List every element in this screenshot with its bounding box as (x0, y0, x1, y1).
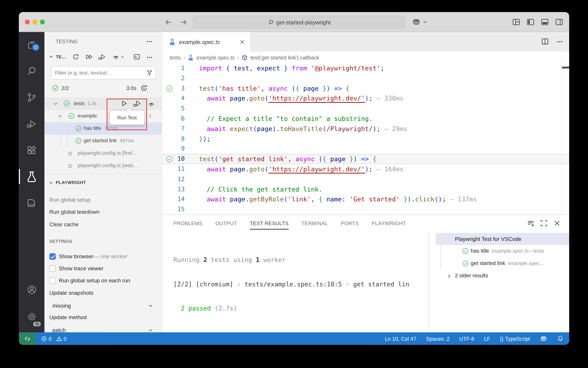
terminal-icon[interactable] (133, 54, 140, 60)
eol-setting[interactable]: LF (484, 336, 490, 341)
toggle-primary-sidebar-icon[interactable] (527, 18, 534, 26)
close-window-button[interactable] (25, 20, 30, 24)
indentation-setting[interactable]: Spaces: 2 (426, 336, 449, 341)
test-explorer-toolbar: TE... (44, 51, 162, 63)
close-panel-icon[interactable] (553, 220, 561, 227)
code-line-14: 14 await page.getByRole('link', { name: … (162, 194, 569, 204)
update-method-select[interactable]: patch (52, 325, 157, 332)
result-row-has-title[interactable]: has titleexample.spec.ts ‹ tests (429, 245, 569, 258)
checkbox-checked[interactable] (49, 253, 56, 259)
title-bar: get-started-playwright (19, 12, 569, 32)
sidebar-item-explorer[interactable] (19, 36, 44, 54)
copilot-menu[interactable] (412, 18, 427, 26)
tree-row-config-webkit[interactable]: playwright.config.ts [web... (44, 160, 162, 172)
results-root-row[interactable]: Playwright Test for VSCode (436, 233, 569, 245)
reveal-eye-icon[interactable] (148, 101, 155, 107)
run-global-setup-link[interactable]: Run global setup (49, 194, 157, 206)
overview-ruler-mark[interactable] (562, 67, 569, 69)
setting-show-trace-viewer[interactable]: Show trace viewer (49, 263, 159, 274)
setting-run-global-setup-each-run[interactable]: Run global setup on each run (49, 275, 159, 286)
result-label: get started link (471, 260, 505, 266)
close-tab-icon[interactable] (239, 39, 245, 45)
debug-all-tests-icon[interactable] (98, 54, 106, 60)
chevron-down-icon[interactable] (53, 101, 58, 107)
tab-output[interactable]: OUTPUT (215, 220, 237, 226)
output-line: Running 2 tests using 1 worker (173, 256, 422, 264)
account-button[interactable] (19, 280, 44, 298)
warning-count: 0 (64, 336, 67, 341)
remote-indicator[interactable] (19, 332, 36, 345)
more-actions-icon[interactable] (146, 54, 153, 61)
clear-output-icon[interactable] (527, 220, 535, 227)
refresh-tests-icon[interactable] (72, 54, 79, 60)
settings-button[interactable]: TE (19, 308, 44, 326)
indent-guide (67, 122, 68, 147)
customize-layout-icon[interactable] (512, 18, 520, 26)
status-bar: 0 0 Ln 10, Col 47 Spaces: 2 UTF-8 LF {} … (19, 332, 569, 345)
notifications-bell-icon[interactable] (557, 335, 564, 342)
breadcrumb-symbol[interactable]: test('get started link') callback (251, 54, 319, 60)
back-arrow-icon[interactable] (164, 18, 173, 26)
tab-test-results[interactable]: TEST RESULTS (250, 220, 289, 226)
clear-cache-link[interactable]: Clear cache (49, 218, 157, 230)
minimize-window-button[interactable] (32, 20, 37, 24)
flask-icon (169, 38, 175, 45)
zoom-window-button[interactable] (40, 20, 45, 24)
breadcrumb-file[interactable]: example.spec.ts (196, 54, 235, 60)
breadcrumb-tests[interactable]: tests (170, 54, 181, 60)
sidebar-item-search[interactable] (19, 62, 44, 80)
setting-show-browser[interactable]: Show browser— one worker (49, 251, 159, 262)
output-line: [2/2] [chromium] › tests/example.spec.ts… (173, 280, 422, 288)
filter-input[interactable] (51, 70, 146, 76)
tab-playwright[interactable]: PLAYWRIGHT (372, 220, 406, 226)
row-time: 1.3s (88, 101, 96, 106)
check-circle-icon (75, 125, 82, 132)
rerun-tests-icon[interactable] (140, 84, 148, 92)
sidebar-item-source-control[interactable] (19, 88, 44, 106)
more-actions-icon[interactable] (556, 38, 563, 45)
sidebar-item-run-debug[interactable] (19, 115, 44, 133)
sidebar-item-log-output[interactable] (19, 194, 44, 212)
tree-row-config-firefox[interactable]: playwright.config.ts [firef... (44, 147, 162, 160)
command-center-search[interactable]: get-started-playwright (193, 16, 405, 29)
update-snapshots-select[interactable]: missing (52, 300, 157, 311)
tree-row-get-started-link[interactable]: get started link487ms (44, 135, 162, 147)
maximize-panel-icon[interactable] (540, 220, 548, 227)
chevron-down-icon[interactable] (48, 54, 54, 59)
tab-problems[interactable]: PROBLEMS (173, 220, 202, 226)
more-actions-icon[interactable] (146, 38, 153, 45)
toggle-secondary-sidebar-icon[interactable] (555, 18, 563, 26)
watch-mode-eye-icon[interactable] (112, 54, 120, 60)
problems-status[interactable]: 0 0 (41, 336, 67, 341)
toggle-panel-icon[interactable] (541, 18, 549, 26)
result-row-get-started-link[interactable]: get started linkexample.spec... (429, 258, 569, 270)
run-global-teardown-link[interactable]: Run global teardown (49, 206, 157, 218)
encoding-setting[interactable]: UTF-8 (459, 336, 474, 341)
language-mode[interactable]: {} TypeScript (500, 336, 530, 341)
checkbox-unchecked[interactable] (49, 265, 56, 272)
playwright-section-header[interactable]: PLAYWRIGHT (44, 177, 162, 188)
tab-ports[interactable]: PORTS (341, 220, 359, 226)
sidebar-item-extensions[interactable] (19, 141, 44, 159)
checkbox-suffix: — one worker (94, 253, 127, 259)
update-snapshots-label: Update snapshots (49, 290, 94, 296)
run-all-tests-icon[interactable] (85, 54, 94, 60)
split-editor-icon[interactable] (541, 38, 549, 45)
forward-arrow-icon[interactable] (179, 18, 188, 26)
tab-terminal[interactable]: TERMINAL (301, 220, 328, 226)
tree-row-tests[interactable]: tests1.3s (44, 98, 162, 110)
sidebar-item-testing[interactable] (19, 167, 44, 185)
code-editor[interactable]: 1import { test, expect } from '@playwrig… (162, 63, 569, 215)
filter-funnel-icon[interactable] (146, 70, 153, 76)
chevron-down-icon[interactable] (57, 113, 63, 119)
older-results-row[interactable]: 2 older results (429, 270, 569, 282)
debug-test-icon[interactable] (133, 100, 142, 107)
breadcrumb: tests › example.spec.ts › test('get star… (162, 52, 569, 63)
chevron-down-icon[interactable] (120, 55, 125, 59)
tab-example-spec[interactable]: example.spec.ts (162, 32, 251, 52)
checkbox-unchecked[interactable] (49, 277, 56, 284)
run-test-icon[interactable] (120, 100, 128, 107)
cursor-position[interactable]: Ln 10, Col 47 (385, 336, 416, 341)
copilot-status-icon[interactable] (540, 335, 547, 342)
screen: get-started-playwright (0, 0, 588, 368)
